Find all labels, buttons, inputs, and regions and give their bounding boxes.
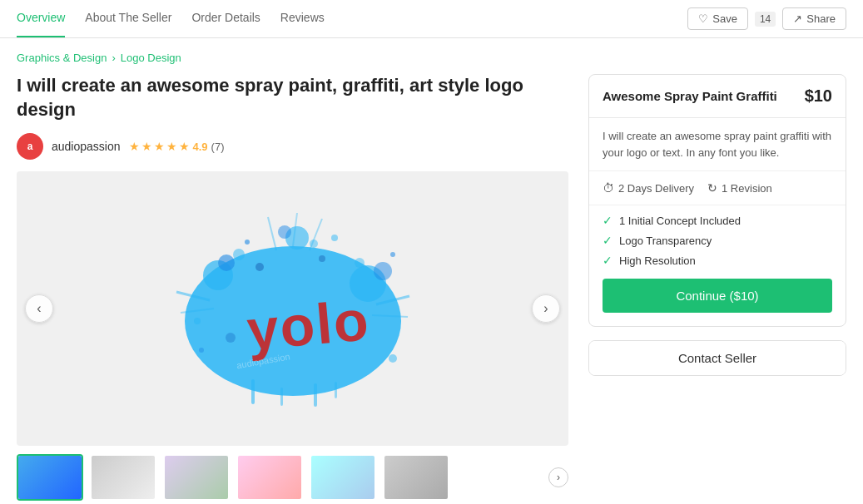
gig-title: I will create an awesome spray paint, gr… <box>17 74 568 121</box>
package-description: I will create an awesome spray paint gra… <box>589 118 846 171</box>
feature-3: ✓ High Resolution <box>603 254 832 267</box>
svg-rect-10 <box>251 379 255 404</box>
check-icon-1: ✓ <box>603 214 613 227</box>
feature-1: ✓ 1 Initial Concept Included <box>603 214 832 227</box>
nav-actions: ♡ Save 14 ↗ Share <box>687 7 846 30</box>
thumbnail-1[interactable] <box>17 454 83 501</box>
tab-reviews[interactable]: Reviews <box>280 0 325 37</box>
image-carousel: ‹ <box>17 171 568 446</box>
save-count: 14 <box>755 12 776 27</box>
contact-seller-button[interactable]: Contact Seller <box>589 341 846 375</box>
thumbnails-next-button[interactable]: › <box>548 467 568 487</box>
left-column: I will create an awesome spray paint, gr… <box>17 74 568 501</box>
thumbnail-3[interactable] <box>163 454 230 501</box>
review-count: (7) <box>211 141 225 153</box>
thumb-image-6 <box>384 456 448 499</box>
package-meta: ⏱ 2 Days Delivery ↻ 1 Revision <box>589 171 846 205</box>
svg-point-8 <box>278 225 291 239</box>
svg-point-26 <box>199 348 204 353</box>
feature-2: ✓ Logo Transparency <box>603 234 832 247</box>
delivery-info: ⏱ 2 Days Delivery <box>603 181 694 195</box>
thumbnail-4[interactable] <box>236 454 303 501</box>
svg-point-2 <box>218 254 235 271</box>
breadcrumb-link-1[interactable]: Graphics & Design <box>17 52 107 64</box>
thumb-image-1 <box>18 456 82 499</box>
svg-point-25 <box>389 354 397 363</box>
svg-point-21 <box>245 240 250 245</box>
avatar: a <box>17 133 43 160</box>
thumbnail-2[interactable] <box>90 454 156 501</box>
breadcrumb: Graphics & Design › Logo Design <box>17 52 846 64</box>
check-icon-2: ✓ <box>603 234 613 247</box>
share-button[interactable]: ↗ Share <box>782 7 846 30</box>
share-icon: ↗ <box>793 12 802 25</box>
svg-point-27 <box>255 263 264 271</box>
rating-number: 4.9 <box>193 141 208 153</box>
content-area: I will create an awesome spray paint, gr… <box>17 74 846 501</box>
svg-rect-11 <box>280 388 283 406</box>
revision-info: ↻ 1 Revision <box>707 181 772 195</box>
star-2: ★ <box>141 140 152 153</box>
svg-line-18 <box>268 217 276 250</box>
package-header: Awesome Spray Paint Graffiti $10 <box>589 75 846 118</box>
thumb-image-3 <box>165 456 228 499</box>
refresh-icon: ↻ <box>707 181 717 195</box>
thumb-image-5 <box>311 456 374 499</box>
svg-point-22 <box>331 235 338 241</box>
check-icon-3: ✓ <box>603 254 613 267</box>
contact-card: Contact Seller <box>588 340 846 376</box>
right-column: Awesome Spray Paint Graffiti $10 I will … <box>588 74 846 501</box>
seller-info: a audiopassion ★ ★ ★ ★ ★ 4.9 (7) <box>17 133 568 160</box>
graffiti-svg: yolo audiopassion <box>151 192 434 425</box>
package-features: ✓ 1 Initial Concept Included ✓ Logo Tran… <box>589 205 846 279</box>
star-4: ★ <box>166 140 177 153</box>
package-price: $10 <box>805 86 832 106</box>
thumb-image-2 <box>92 456 155 499</box>
thumbnail-5[interactable] <box>310 454 376 501</box>
svg-point-29 <box>226 333 236 343</box>
breadcrumb-link-2[interactable]: Logo Design <box>121 52 181 64</box>
save-button[interactable]: ♡ Save <box>687 7 748 30</box>
svg-point-28 <box>319 255 325 262</box>
carousel-next-button[interactable]: › <box>532 294 560 323</box>
star-5-half: ★ <box>179 140 190 153</box>
star-1: ★ <box>129 140 140 153</box>
thumb-image-4 <box>238 456 301 499</box>
thumbnails: › <box>17 454 568 501</box>
carousel-prev-button[interactable]: ‹ <box>25 294 53 323</box>
tab-about-seller[interactable]: About The Seller <box>85 0 171 37</box>
main-container: Graphics & Design › Logo Design I will c… <box>0 38 863 504</box>
svg-point-24 <box>194 318 201 324</box>
package-name: Awesome Spray Paint Graffiti <box>603 89 777 103</box>
star-3: ★ <box>154 140 165 153</box>
thumbnail-6[interactable] <box>383 454 449 501</box>
svg-text:yolo: yolo <box>244 288 372 362</box>
star-rating: ★ ★ ★ ★ ★ 4.9 (7) <box>129 140 225 153</box>
clock-icon: ⏱ <box>603 181 614 195</box>
continue-button[interactable]: Continue ($10) <box>603 279 832 313</box>
nav-tabs: Overview About The Seller Order Details … <box>17 0 325 37</box>
svg-rect-13 <box>335 382 337 398</box>
svg-point-5 <box>374 262 392 280</box>
tab-overview[interactable]: Overview <box>17 0 65 37</box>
heart-icon: ♡ <box>698 12 708 25</box>
svg-rect-12 <box>314 383 317 407</box>
package-card: Awesome Spray Paint Graffiti $10 I will … <box>588 74 846 327</box>
seller-name[interactable]: audiopassion <box>52 140 121 153</box>
top-navigation: Overview About The Seller Order Details … <box>0 0 863 38</box>
svg-point-23 <box>390 252 395 257</box>
breadcrumb-sep: › <box>112 52 115 64</box>
svg-point-3 <box>233 249 245 260</box>
tab-order-details[interactable]: Order Details <box>191 0 260 37</box>
carousel-image: yolo audiopassion <box>17 171 568 446</box>
svg-point-6 <box>355 258 365 268</box>
